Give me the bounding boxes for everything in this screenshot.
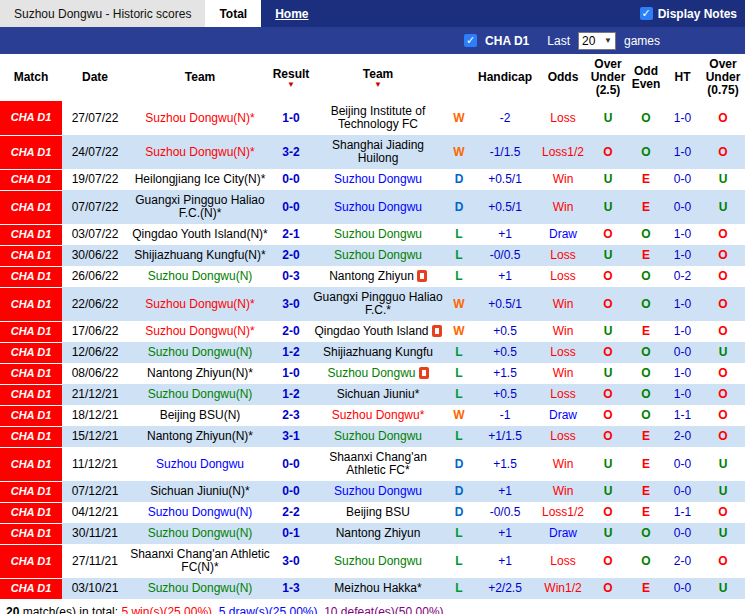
away-team-name[interactable]: Shaanxi Chang'an Athletic FC* <box>329 450 427 477</box>
league-badge[interactable]: CHA D1 <box>0 527 62 540</box>
league-badge[interactable]: CHA D1 <box>0 582 62 595</box>
league-badge[interactable]: CHA D1 <box>0 388 62 401</box>
league-badge[interactable]: CHA D1 <box>0 111 62 124</box>
away-team-name[interactable]: Nantong Zhiyun <box>336 526 421 540</box>
home-team-name[interactable]: Nantong Zhiyun(N)* <box>147 429 253 443</box>
home-team-name[interactable]: Suzhou Dongwu(N) <box>148 505 253 519</box>
home-team-name[interactable]: Suzhou Dongwu(N)* <box>145 324 254 338</box>
score-link[interactable]: 3-0 <box>272 544 310 578</box>
score-link[interactable]: 1-2 <box>272 384 310 405</box>
league-badge[interactable]: CHA D1 <box>0 367 62 380</box>
home-team-name[interactable]: Shaanxi Chang'an Athletic FC(N)* <box>130 547 270 574</box>
away-team-name[interactable]: Suzhou Dongwu <box>334 429 422 443</box>
away-team-name[interactable]: Meizhou Hakka* <box>334 581 421 595</box>
games-count-select[interactable]: 20 ▼ <box>578 32 616 50</box>
away-team-name[interactable]: Suzhou Dongwu <box>327 366 415 380</box>
sort-result-icon[interactable]: ▼ <box>272 81 310 88</box>
league-badge[interactable]: CHA D1 <box>0 409 62 422</box>
league-badge[interactable]: CHA D1 <box>0 201 62 214</box>
away-team-name[interactable]: Sichuan Jiuniu* <box>337 387 420 401</box>
away-team-name[interactable]: Beijing Institute of Technology FC <box>331 104 426 131</box>
score-link[interactable]: 0-0 <box>272 190 310 224</box>
score-link[interactable]: 1-0 <box>272 363 310 384</box>
score-link[interactable]: 0-0 <box>272 481 310 502</box>
home-team-cell: Suzhou Dongwu(N) <box>128 523 272 544</box>
sort-team-icon[interactable]: ▼ <box>310 81 446 88</box>
away-team-cell: Meizhou Hakka* <box>310 578 446 599</box>
home-team-cell: Sichuan Jiuniu(N)* <box>128 481 272 502</box>
away-team-name[interactable]: Shijiazhuang Kungfu <box>323 345 433 359</box>
score-link[interactable]: 0-0 <box>272 447 310 481</box>
away-team-name[interactable]: Suzhou Dongwu <box>334 248 422 262</box>
col-header-away-team[interactable]: Team ▼ <box>310 54 446 101</box>
half-over-under-result: O <box>701 405 745 426</box>
home-team-name[interactable]: Sichuan Jiuniu(N)* <box>150 484 249 498</box>
league-badge[interactable]: CHA D1 <box>0 173 62 186</box>
home-team-name[interactable]: Suzhou Dongwu(N) <box>148 526 253 540</box>
league-badge[interactable]: CHA D1 <box>0 555 62 568</box>
home-team-name[interactable]: Guangxi Pingguo Haliao F.C.(N)* <box>135 193 264 220</box>
home-team-name[interactable]: Suzhou Dongwu(N)* <box>145 145 254 159</box>
away-team-name[interactable]: Suzhou Dongwu <box>334 484 422 498</box>
score-link[interactable]: 1-2 <box>272 342 310 363</box>
league-badge[interactable]: CHA D1 <box>0 346 62 359</box>
home-team-name[interactable]: Suzhou Dongwu(N)* <box>145 111 254 125</box>
home-team-name[interactable]: Heilongjiang Ice City(N)* <box>135 172 266 186</box>
score-link[interactable]: 1-0 <box>272 101 310 135</box>
league-badge[interactable]: CHA D1 <box>0 228 62 241</box>
away-team-name[interactable]: Suzhou Dongwu <box>334 227 422 241</box>
score-link[interactable]: 2-1 <box>272 224 310 245</box>
home-team-name[interactable]: Suzhou Dongwu(N) <box>148 269 253 283</box>
col-header-result[interactable]: Result ▼ <box>272 54 310 101</box>
league-badge[interactable]: CHA D1 <box>0 298 62 311</box>
away-team-cell: Guangxi Pingguo Haliao F.C.* <box>310 287 446 321</box>
score-link[interactable]: 1-3 <box>272 578 310 599</box>
home-team-name[interactable]: Suzhou Dongwu(N)* <box>145 297 254 311</box>
home-team-name[interactable]: Suzhou Dongwu(N) <box>148 581 253 595</box>
footer-stat-segment: 5 win(s)(25.00%) <box>121 605 212 614</box>
score-link[interactable]: 0-1 <box>272 523 310 544</box>
score-link[interactable]: 0-3 <box>272 266 310 287</box>
league-badge[interactable]: CHA D1 <box>0 249 62 262</box>
score-link[interactable]: 2-0 <box>272 245 310 266</box>
league-checkbox[interactable]: ✓ <box>464 34 477 47</box>
home-team-name[interactable]: Suzhou Dongwu(N) <box>148 387 253 401</box>
tab-home[interactable]: Home <box>261 7 322 21</box>
away-team-cell: Suzhou Dongwu <box>310 544 446 578</box>
display-notes-checkbox[interactable]: ✓ <box>640 7 653 20</box>
home-team-name[interactable]: Suzhou Dongwu <box>156 457 244 471</box>
tab-total[interactable]: Total <box>205 0 261 27</box>
score-link[interactable]: 3-2 <box>272 135 310 169</box>
score-link[interactable]: 3-0 <box>272 287 310 321</box>
score-link[interactable]: 2-3 <box>272 405 310 426</box>
home-team-name[interactable]: Shijiazhuang Kungfu(N)* <box>134 248 265 262</box>
score-link[interactable]: 2-0 <box>272 321 310 342</box>
league-cell: CHA D1 <box>0 266 62 287</box>
league-badge[interactable]: CHA D1 <box>0 458 62 471</box>
league-badge[interactable]: CHA D1 <box>0 506 62 519</box>
league-badge[interactable]: CHA D1 <box>0 270 62 283</box>
score-link[interactable]: 3-1 <box>272 426 310 447</box>
away-team-name[interactable]: Suzhou Dongwu <box>334 554 422 568</box>
display-notes-toggle[interactable]: ✓ Display Notes <box>640 7 745 21</box>
away-team-name[interactable]: Guangxi Pingguo Haliao F.C.* <box>313 290 442 317</box>
home-team-name[interactable]: Suzhou Dongwu(N) <box>148 345 253 359</box>
home-team-name[interactable]: Qingdao Youth Island(N)* <box>132 227 267 241</box>
home-team-name[interactable]: Beijing BSU(N) <box>160 408 241 422</box>
score-link[interactable]: 0-0 <box>272 169 310 190</box>
away-team-name[interactable]: Nantong Zhiyun <box>329 269 414 283</box>
league-cell: CHA D1 <box>0 447 62 481</box>
away-team-name[interactable]: Suzhou Dongwu <box>334 200 422 214</box>
away-team-name[interactable]: Qingdao Youth Island <box>314 324 428 338</box>
league-badge[interactable]: CHA D1 <box>0 325 62 338</box>
away-team-name[interactable]: Beijing BSU <box>346 505 410 519</box>
league-badge[interactable]: CHA D1 <box>0 430 62 443</box>
app-window: Suzhou Dongwu - Historic scores Total Ho… <box>0 0 745 614</box>
home-team-name[interactable]: Nantong Zhiyun(N)* <box>147 366 253 380</box>
score-link[interactable]: 2-2 <box>272 502 310 523</box>
away-team-name[interactable]: Suzhou Dongwu* <box>332 408 425 422</box>
league-badge[interactable]: CHA D1 <box>0 485 62 498</box>
away-team-name[interactable]: Suzhou Dongwu <box>334 172 422 186</box>
away-team-name[interactable]: Shanghai Jiading Huilong <box>332 138 424 165</box>
league-badge[interactable]: CHA D1 <box>0 146 62 159</box>
